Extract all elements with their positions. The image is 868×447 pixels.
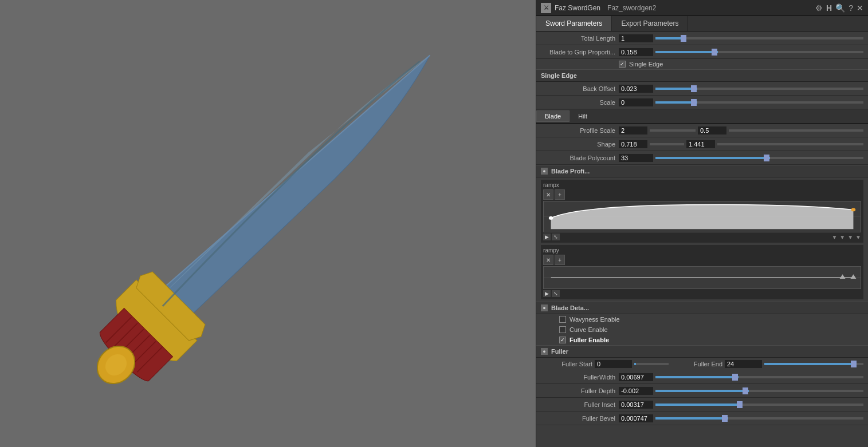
close-icon[interactable]: ✕	[857, 3, 863, 13]
rampy-x-button[interactable]: ✕	[543, 255, 553, 265]
profile-scale-val2[interactable]: 0.5	[698, 126, 726, 135]
scale-row: Scale 0	[536, 96, 868, 109]
polycount-value[interactable]: 33	[619, 154, 653, 162]
rampy-arrows: ▶ ⤡	[543, 290, 861, 297]
fuller-end-slider[interactable]	[764, 363, 863, 365]
blade-hilt-tabs: Blade Hilt	[536, 109, 868, 124]
shape-slider1[interactable]	[650, 143, 684, 145]
fuller-bevel-slider[interactable]	[655, 417, 863, 420]
settings-icon[interactable]: ⚙	[815, 3, 823, 13]
panel: ⚔ Faz SwordGen Faz_swordgen2 ⚙ H 🔍 ? ✕ S…	[536, 0, 868, 447]
blade-grip-value[interactable]: 0.158	[619, 48, 653, 56]
rampy-label: rampy	[543, 247, 861, 254]
profile-scale-label: Profile Scale	[541, 127, 615, 134]
fuller-width-slider[interactable]	[655, 376, 863, 378]
tab-hilt[interactable]: Hilt	[569, 110, 596, 122]
fuller-start-slider[interactable]	[634, 363, 669, 365]
tab-export-parameters[interactable]: Export Parameters	[612, 16, 688, 31]
shape-label: Shape	[541, 141, 615, 148]
rampx-x-button[interactable]: ✕	[543, 189, 553, 200]
content-area[interactable]: Total Length 1 Blade to Grip Proporti...…	[536, 31, 868, 447]
back-offset-label: Back Offset	[541, 85, 615, 92]
shape-val1[interactable]: 0.718	[619, 140, 647, 148]
fuller-bevel-value[interactable]: 0.000747	[619, 414, 653, 422]
search-icon[interactable]: 🔍	[835, 3, 845, 13]
fuller-bevel-row: Fuller Bevel 0.000747	[536, 412, 868, 425]
rampx-controls: ✕ +	[543, 189, 861, 200]
rampx-tick4: ▼	[855, 234, 861, 240]
rampx-label: rampx	[543, 182, 861, 188]
blade-detail-header: ● Blade Deta...	[536, 302, 868, 314]
blade-profile-collapse[interactable]: ●	[541, 168, 548, 175]
profile-scale-slider2[interactable]	[729, 129, 863, 132]
rampx-expand-arrow[interactable]: ⤡	[552, 234, 560, 240]
rampy-left-arrow[interactable]: ▶	[543, 290, 551, 297]
wavyness-label: Wavyness Enable	[569, 316, 620, 323]
back-offset-slider[interactable]	[655, 88, 863, 90]
help-h-icon[interactable]: H	[826, 3, 832, 13]
blade-profile-label: Blade Profi...	[551, 168, 590, 175]
rampy-canvas[interactable]	[543, 266, 861, 289]
tab-blade[interactable]: Blade	[536, 110, 569, 122]
total-length-value[interactable]: 1	[619, 34, 653, 42]
blade-grip-slider[interactable]	[655, 51, 863, 53]
profile-scale-dual: 2 0.5	[619, 126, 863, 135]
profile-scale-slider1[interactable]	[650, 129, 696, 132]
rampx-plus-button[interactable]: +	[555, 189, 565, 200]
rampx-tick3: ▼	[847, 234, 853, 240]
scale-slider[interactable]	[655, 101, 863, 104]
fuller-width-value[interactable]: 0.00697	[619, 373, 653, 381]
fuller-width-label: FullerWidth	[541, 374, 615, 381]
fuller-start-label: Fuller Start	[541, 361, 592, 367]
rampx-tick1: ▼	[831, 234, 837, 240]
single-edge-section-label: Single Edge	[541, 72, 577, 79]
rampy-expand-arrow[interactable]: ⤡	[552, 290, 560, 297]
fuller-depth-value[interactable]: -0.002	[619, 387, 653, 395]
fuller-inset-label: Fuller Inset	[541, 401, 615, 408]
fuller-inset-slider[interactable]	[655, 404, 863, 406]
polycount-label: Blade Polycount	[541, 155, 615, 161]
fuller-end-value[interactable]: 24	[725, 360, 762, 368]
scale-label: Scale	[541, 99, 615, 106]
back-offset-value[interactable]: 0.023	[619, 85, 653, 93]
rampx-editor: rampx ✕ + ▶ ⤡	[541, 180, 863, 243]
fuller-inset-row: Fuller Inset 0.00317	[536, 398, 868, 412]
scale-value[interactable]: 0	[619, 98, 653, 106]
total-length-label: Total Length	[541, 35, 615, 42]
polycount-slider[interactable]	[655, 157, 863, 159]
wavyness-checkbox[interactable]	[559, 316, 566, 323]
rampx-canvas[interactable]	[543, 201, 861, 232]
tab-sword-parameters[interactable]: Sword Parameters	[536, 16, 612, 31]
total-length-slider[interactable]	[655, 37, 863, 39]
fuller-depth-row: Fuller Depth -0.002	[536, 384, 868, 398]
fuller-start-value[interactable]: 0	[595, 360, 632, 368]
shape-dual: 0.718 1.441	[619, 140, 863, 148]
fuller-depth-slider[interactable]	[655, 390, 863, 392]
blade-detail-label: Blade Deta...	[551, 304, 589, 311]
svg-marker-14	[840, 274, 846, 279]
svg-point-10	[549, 216, 553, 220]
blade-detail-collapse[interactable]: ●	[541, 304, 548, 311]
fuller-enable-checkbox[interactable]: ✓	[559, 337, 566, 343]
svg-marker-13	[850, 274, 856, 279]
shape-val2[interactable]: 1.441	[686, 140, 715, 148]
fuller-inset-value[interactable]: 0.00317	[619, 401, 653, 409]
app-icon: ⚔	[541, 3, 551, 13]
single-edge-section-header: Single Edge	[536, 69, 868, 82]
rampy-plus-button[interactable]: +	[555, 255, 565, 265]
fuller-enable-row: ✓ Fuller Enable	[536, 335, 868, 345]
app-name: Faz SwordGen	[555, 4, 600, 12]
blade-grip-label: Blade to Grip Proporti...	[541, 49, 615, 56]
rampy-controls: ✕ +	[543, 255, 861, 265]
shape-slider2[interactable]	[717, 143, 863, 145]
rampx-left-arrow[interactable]: ▶	[543, 234, 551, 240]
blade-grip-row: Blade to Grip Proporti... 0.158	[536, 45, 868, 59]
fuller-collapse[interactable]: ●	[541, 348, 548, 355]
curve-enable-checkbox[interactable]	[559, 326, 566, 333]
back-offset-row: Back Offset 0.023	[536, 82, 868, 96]
fuller-end-label: Fuller End	[671, 361, 722, 367]
single-edge-checkbox[interactable]: ✓	[619, 61, 626, 68]
profile-scale-val1[interactable]: 2	[619, 126, 647, 135]
question-icon[interactable]: ?	[849, 3, 853, 13]
wavyness-row: Wavyness Enable	[536, 314, 868, 325]
